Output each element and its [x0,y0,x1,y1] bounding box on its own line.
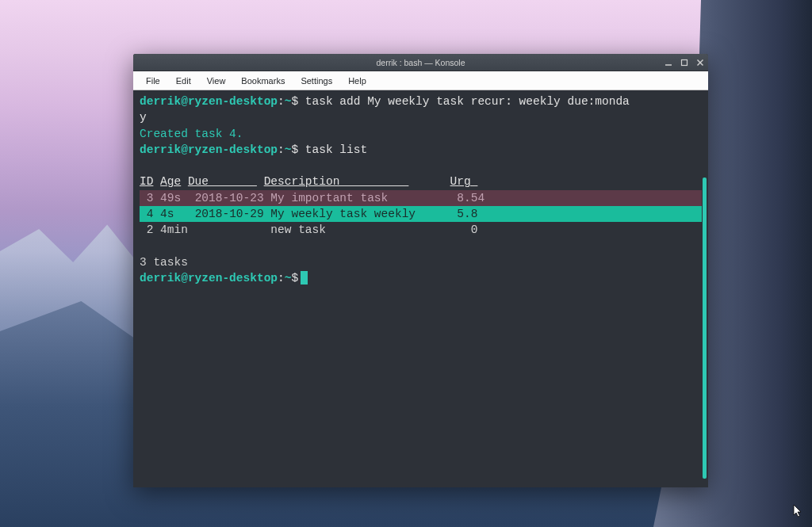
cell-age: 4s [160,208,188,220]
task-summary: 3 tasks [140,254,702,270]
command-line-2: derrik@ryzen-desktop:~$ task list [140,142,702,158]
prompt-dollar: $ [291,272,298,285]
cell-desc: My weekly task weekly [270,208,443,220]
menu-edit[interactable]: Edit [168,73,199,89]
konsole-window: derrik : bash — Konsole File Edit View B… [133,54,708,487]
blank-line [140,239,702,254]
prompt-dollar: $ [291,95,298,108]
command-text-1: task add My weekly task recur: weekly du… [298,95,630,108]
task-table-header: ID Age Due Description Urg [140,174,702,189]
cell-age: 49s [160,192,188,204]
cell-due: 2018-10-29 [195,208,264,220]
table-row: 3 49s 2018-10-23 My important task 8.54 [140,190,702,206]
header-due: Due [188,175,257,188]
cell-desc: My important task [270,192,450,204]
cell-id: 3 [140,192,153,204]
prompt-user: derrik@ryzen-desktop [140,95,278,108]
terminal-cursor [301,271,308,285]
menu-settings[interactable]: Settings [293,73,340,89]
command-line-1-wrap: y [140,109,702,125]
menu-bookmarks[interactable]: Bookmarks [233,73,293,89]
cell-id: 4 [140,208,153,220]
cell-urg: 0 [471,223,478,236]
output-created: Created task 4. [140,126,702,142]
table-row: 4 4s 2018-10-29 My weekly task weekly 5.… [140,206,702,222]
window-controls [664,58,705,67]
header-description: Description [264,175,409,188]
terminal-scrollbar[interactable] [703,178,707,479]
cell-due: 2018-10-23 [195,192,264,204]
menu-view[interactable]: View [199,73,234,89]
prompt-user: derrik@ryzen-desktop [140,272,278,285]
svg-rect-1 [682,59,688,65]
prompt-current: derrik@ryzen-desktop:~$ [140,270,702,286]
window-titlebar[interactable]: derrik : bash — Konsole [133,54,708,71]
prompt-colon: : [278,95,285,108]
prompt-colon: : [278,143,285,156]
command-line-1: derrik@ryzen-desktop:~$ task add My week… [140,94,702,109]
table-row: 2 4min new task 0 [140,222,702,238]
maximize-button[interactable] [680,58,689,67]
menubar: File Edit View Bookmarks Settings Help [133,71,708,90]
prompt-user: derrik@ryzen-desktop [140,143,278,156]
terminal-area[interactable]: derrik@ryzen-desktop:~$ task add My week… [133,90,708,487]
header-urg: Urg [450,175,478,188]
cell-desc: new task [270,223,464,236]
header-age: Age [160,175,181,188]
blank-line [140,158,702,174]
prompt-dollar: $ [291,143,298,156]
mouse-cursor-icon [793,504,804,521]
close-button[interactable] [695,58,705,67]
cell-due [195,223,264,236]
window-title: derrik : bash — Konsole [376,58,465,67]
cell-urg: 5.8 [450,208,478,220]
menu-help[interactable]: Help [340,73,374,89]
cell-age: 4min [160,223,188,236]
cell-urg: 8.54 [457,192,485,204]
cell-id: 2 [140,223,153,236]
menu-file[interactable]: File [138,73,168,89]
prompt-colon: : [278,272,285,285]
command-text-2: task list [298,143,367,156]
header-id: ID [140,175,153,188]
minimize-button[interactable] [664,58,673,67]
